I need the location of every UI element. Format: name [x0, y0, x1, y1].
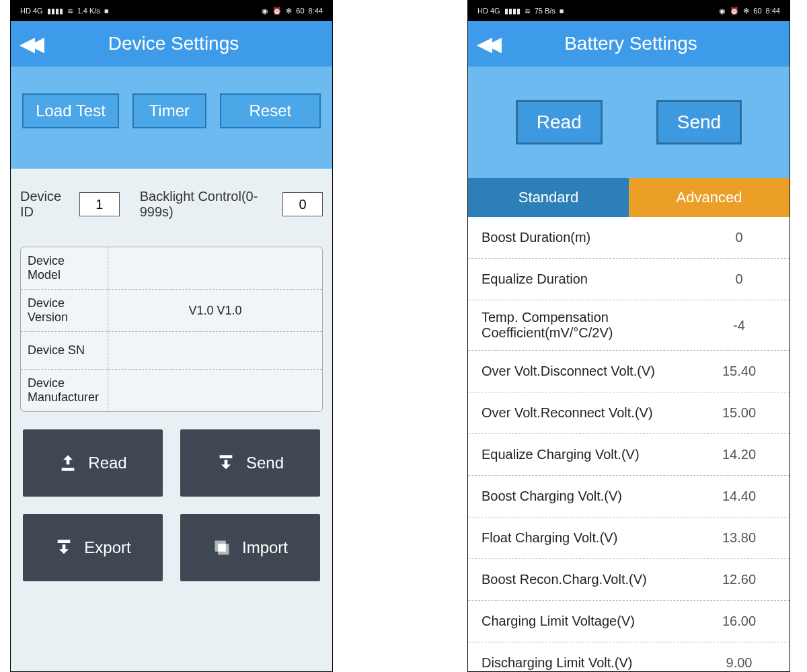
- import-icon: [213, 538, 231, 557]
- toolbar: Read Send: [468, 67, 790, 178]
- device-id-input[interactable]: [79, 192, 120, 216]
- param-label: Over Volt.Disconnect Volt.(V): [482, 364, 702, 379]
- param-row[interactable]: Over Volt.Reconnect Volt.(V)15.00: [468, 392, 790, 434]
- param-value[interactable]: 15.40: [702, 364, 776, 379]
- send-button[interactable]: Send: [656, 100, 742, 144]
- header: ◀◀ Battery Settings: [468, 21, 790, 67]
- param-row[interactable]: Equalize Charging Volt.(V)14.20: [468, 434, 790, 476]
- alarm-icon: ⏰: [272, 7, 282, 15]
- signal-icon: ▮▮▮▮: [47, 7, 63, 15]
- import-button[interactable]: Import: [180, 514, 320, 581]
- status-bar: HD 4G ▮▮▮▮ ≋ 75 B/s ■ ◉ ⏰ ✻ 60 8:44: [468, 1, 790, 21]
- export-label: Export: [84, 538, 130, 557]
- param-value[interactable]: 15.00: [702, 405, 776, 421]
- export-button[interactable]: Export: [23, 514, 163, 581]
- battery-settings-screen: HD 4G ▮▮▮▮ ≋ 75 B/s ■ ◉ ⏰ ✻ 60 8:44 ◀◀ B…: [467, 0, 790, 672]
- param-label: Float Charging Volt.(V): [482, 530, 702, 546]
- bluetooth-icon: ✻: [286, 7, 292, 15]
- page-title: Battery Settings: [508, 33, 753, 54]
- param-label: Charging Limit Voltage(V): [482, 614, 702, 629]
- device-sn-value: [108, 332, 322, 369]
- data-rate: 75 B/s: [535, 7, 555, 15]
- status-bar: HD 4G ▮▮▮▮ ≋ 1.4 K/s ■ ◉ ⏰ ✻ 60 8:44: [11, 1, 332, 21]
- param-row[interactable]: Boost Duration(m)0: [468, 217, 790, 259]
- param-value[interactable]: 14.40: [702, 489, 776, 504]
- battery-icon: 60: [296, 7, 304, 15]
- device-settings-screen: HD 4G ▮▮▮▮ ≋ 1.4 K/s ■ ◉ ⏰ ✻ 60 8:44 ◀◀ …: [10, 0, 333, 672]
- device-model-label: Device Model: [21, 247, 108, 289]
- param-row[interactable]: Boost Charging Volt.(V)14.40: [468, 476, 790, 517]
- device-model-value: [108, 247, 322, 289]
- param-row[interactable]: Equalize Duration0: [468, 259, 790, 300]
- read-label: Read: [88, 454, 126, 472]
- device-sn-label: Device SN: [21, 332, 108, 369]
- table-row: Device Version V1.0 V1.0: [21, 290, 322, 332]
- wifi-icon: ≋: [67, 7, 73, 15]
- backlight-input[interactable]: [282, 192, 323, 216]
- param-value[interactable]: 0: [702, 230, 776, 245]
- eye-icon: ◉: [262, 7, 268, 15]
- tab-standard[interactable]: Standard: [468, 178, 629, 217]
- param-label: Boost Recon.Charg.Volt.(V): [482, 572, 702, 587]
- param-label: Over Volt.Reconnect Volt.(V): [482, 405, 702, 421]
- eye-icon: ◉: [719, 7, 726, 15]
- battery-icon: 60: [753, 7, 761, 15]
- device-version-value: V1.0 V1.0: [108, 290, 322, 331]
- param-value[interactable]: -4: [702, 318, 776, 333]
- download-icon: [217, 454, 235, 472]
- timer-button[interactable]: Timer: [132, 93, 206, 128]
- table-row: Device Manufacturer: [21, 370, 322, 411]
- read-button[interactable]: Read: [516, 100, 603, 144]
- send-button[interactable]: Send: [180, 429, 320, 497]
- device-id-label: Device ID: [20, 189, 73, 220]
- signal-icon: ▮▮▮▮: [504, 7, 521, 15]
- param-value[interactable]: 13.80: [702, 530, 776, 546]
- table-row: Device SN: [21, 332, 322, 370]
- header: ◀◀ Device Settings: [11, 21, 332, 67]
- param-row[interactable]: Over Volt.Disconnect Volt.(V)15.40: [468, 351, 790, 392]
- bluetooth-icon: ✻: [743, 7, 749, 15]
- param-label: Equalize Duration: [482, 271, 702, 287]
- device-info-table: Device Model Device Version V1.0 V1.0 De…: [20, 247, 323, 412]
- export-icon: [54, 538, 73, 557]
- param-value[interactable]: 0: [702, 271, 776, 287]
- hd-icon: HD 4G: [477, 7, 500, 15]
- param-value[interactable]: 16.00: [702, 614, 776, 629]
- load-test-button[interactable]: Load Test: [22, 93, 119, 128]
- param-row[interactable]: Float Charging Volt.(V)13.80: [468, 517, 790, 559]
- hd-icon: HD 4G: [20, 7, 43, 15]
- tabs: Standard Advanced: [468, 178, 790, 217]
- back-icon[interactable]: ◀◀: [20, 33, 39, 55]
- device-manufacturer-label: Device Manufacturer: [21, 370, 108, 411]
- param-value[interactable]: 12.60: [702, 572, 776, 587]
- param-row[interactable]: Boost Recon.Charg.Volt.(V)12.60: [468, 559, 790, 601]
- param-row[interactable]: Discharging Limit Volt.(V)9.00: [468, 642, 790, 672]
- device-version-label: Device Version: [21, 290, 108, 331]
- alarm-icon: ⏰: [730, 7, 739, 15]
- param-row[interactable]: Temp. Compensation Coefficient(mV/°C/2V)…: [468, 300, 790, 351]
- backlight-label: Backlight Control(0-999s): [140, 189, 276, 220]
- param-label: Equalize Charging Volt.(V): [482, 447, 702, 462]
- read-button[interactable]: Read: [23, 429, 163, 497]
- table-row: Device Model: [21, 247, 322, 290]
- camera-icon: ■: [104, 7, 109, 15]
- device-manufacturer-value: [108, 370, 322, 411]
- upload-icon: [59, 454, 77, 472]
- import-label: Import: [242, 538, 288, 557]
- param-label: Discharging Limit Volt.(V): [482, 655, 702, 671]
- param-row[interactable]: Charging Limit Voltage(V)16.00: [468, 601, 790, 642]
- back-icon[interactable]: ◀◀: [477, 33, 496, 55]
- tab-advanced[interactable]: Advanced: [629, 178, 790, 217]
- page-title: Device Settings: [51, 33, 296, 54]
- wifi-icon: ≋: [525, 7, 531, 15]
- param-label: Boost Charging Volt.(V): [482, 489, 702, 504]
- param-value[interactable]: 14.20: [702, 447, 776, 462]
- clock: 8:44: [766, 7, 780, 15]
- toolbar: Load Test Timer Reset: [11, 67, 332, 169]
- param-value[interactable]: 9.00: [702, 655, 776, 671]
- reset-button[interactable]: Reset: [220, 93, 321, 128]
- param-list[interactable]: Boost Duration(m)0Equalize Duration0Temp…: [468, 217, 790, 672]
- clock: 8:44: [309, 7, 323, 15]
- param-label: Boost Duration(m): [482, 230, 702, 245]
- send-label: Send: [246, 454, 284, 472]
